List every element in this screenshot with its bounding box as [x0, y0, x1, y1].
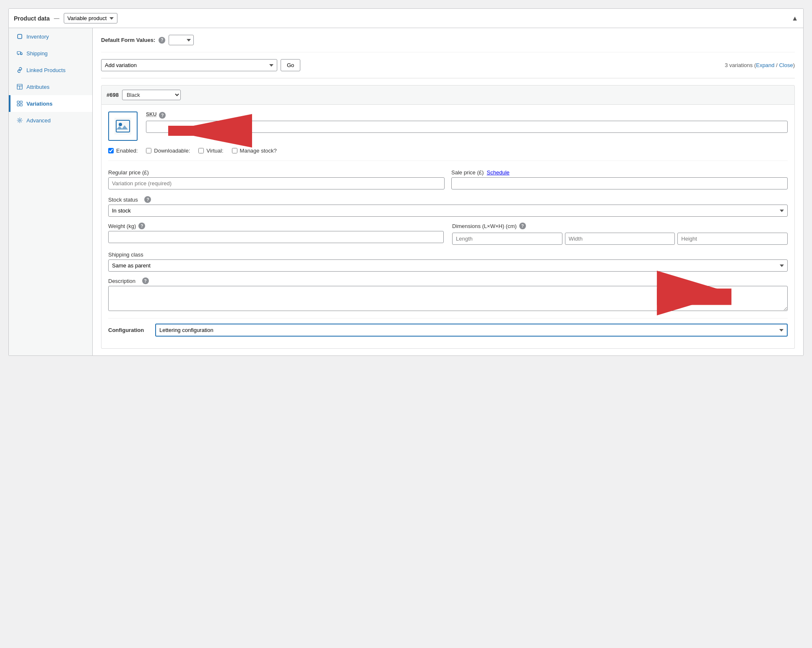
enabled-label: Enabled:	[116, 148, 138, 154]
weight-input[interactable]	[108, 231, 444, 243]
variations-count: 3 variations (Expand / Close)	[725, 62, 795, 68]
variation-body: SKU ? Enabled:	[101, 105, 795, 349]
dimensions-label: Dimensions (L×W×H) (cm)	[452, 223, 517, 229]
variation-image[interactable]	[108, 111, 138, 141]
svg-rect-7	[17, 101, 19, 103]
description-textarea[interactable]	[108, 286, 788, 311]
configuration-row: Configuration Lettering configuration	[108, 318, 788, 342]
sku-label: SKU	[146, 111, 156, 117]
diamond-icon	[16, 33, 23, 40]
sku-label-row: SKU ?	[146, 111, 788, 119]
checkboxes-row: Enabled: Downloadable: Virtual: Manage s…	[108, 148, 788, 161]
length-input[interactable]	[452, 233, 562, 245]
description-help-icon[interactable]: ?	[142, 277, 149, 284]
stock-help-icon[interactable]: ?	[144, 196, 151, 203]
sidebar-item-linked-products[interactable]: Linked Products	[9, 62, 92, 78]
product-data-header: Product data — Variable product ▲	[9, 9, 803, 28]
svg-point-16	[119, 123, 122, 126]
weight-label: Weight (kg)	[108, 223, 136, 229]
default-form-help-icon[interactable]: ?	[159, 37, 165, 44]
virtual-label: Virtual:	[206, 148, 223, 154]
dimensions-label-row: Dimensions (L×W×H) (cm) ?	[452, 223, 788, 229]
default-form-label: Default Form Values:	[101, 37, 155, 43]
sidebar-item-attributes[interactable]: Attributes	[9, 78, 92, 95]
sidebar-item-inventory[interactable]: Inventory	[9, 28, 92, 45]
product-data-title: Product data	[14, 15, 50, 22]
description-section: Description ?	[108, 277, 788, 312]
dimensions-group: Dimensions (L×W×H) (cm) ?	[452, 223, 788, 245]
table-icon	[16, 83, 23, 90]
variation-name-select[interactable]: Black	[122, 90, 181, 100]
weight-help-icon[interactable]: ?	[138, 223, 145, 229]
stock-status-section: Stock status ? In stock	[108, 196, 788, 217]
product-type-select[interactable]: Variable product	[64, 13, 117, 23]
sale-price-input[interactable]	[451, 177, 788, 189]
svg-rect-0	[18, 34, 22, 39]
downloadable-checkbox[interactable]	[146, 148, 151, 153]
prices-row: Regular price (£) Sale price (£) Schedul…	[108, 169, 788, 189]
default-form-values-row: Default Form Values: ?	[101, 35, 795, 52]
svg-rect-1	[17, 52, 21, 54]
sidebar-item-label-inventory: Inventory	[26, 34, 49, 40]
configuration-label: Configuration	[108, 327, 150, 333]
sidebar-item-advanced[interactable]: Advanced	[9, 112, 92, 129]
sidebar-item-label-shipping: Shipping	[26, 50, 48, 57]
enabled-checkbox[interactable]	[108, 148, 114, 153]
weight-dim-row: Weight (kg) ? Dimensions (L×W×H) (cm) ?	[108, 223, 788, 245]
weight-group: Weight (kg) ?	[108, 223, 444, 245]
manage-stock-checkbox[interactable]	[232, 148, 237, 153]
sale-price-group: Sale price (£) Schedule	[451, 169, 788, 189]
sidebar-item-shipping[interactable]: Shipping	[9, 45, 92, 62]
close-link[interactable]: Close	[779, 62, 793, 68]
sale-price-label: Sale price (£) Schedule	[451, 169, 788, 176]
shipping-class-section: Shipping class Same as parent	[108, 251, 788, 272]
downloadable-checkbox-item[interactable]: Downloadable:	[146, 148, 190, 154]
svg-point-11	[19, 119, 21, 121]
add-variation-select[interactable]: Add variation	[101, 59, 277, 71]
go-button[interactable]: Go	[281, 59, 300, 71]
gear-icon	[16, 117, 23, 124]
sku-help-icon[interactable]: ?	[159, 112, 166, 119]
sidebar-item-variations[interactable]: Variations	[9, 95, 92, 112]
sidebar-item-label-variations: Variations	[26, 101, 52, 107]
stock-status-label-row: Stock status ?	[108, 196, 788, 203]
sidebar-item-label-attributes: Attributes	[26, 84, 49, 90]
stock-status-select[interactable]: In stock	[108, 205, 788, 217]
sku-input[interactable]	[146, 121, 788, 133]
truck-icon	[16, 50, 23, 57]
svg-point-2	[18, 54, 18, 55]
width-input[interactable]	[565, 233, 675, 245]
description-label-row: Description ?	[108, 277, 788, 284]
sku-row: SKU ?	[146, 111, 788, 133]
sidebar-item-label-advanced: Advanced	[26, 117, 51, 124]
default-form-select[interactable]	[169, 35, 194, 45]
main-content: Default Form Values: ? Add variation Go …	[93, 28, 803, 355]
schedule-link[interactable]: Schedule	[487, 169, 510, 176]
sidebar-item-label-linked-products: Linked Products	[26, 67, 65, 73]
header-dash: —	[54, 15, 60, 21]
sidebar: Inventory Shipping	[9, 28, 93, 355]
regular-price-label: Regular price (£)	[108, 169, 445, 176]
height-input[interactable]	[677, 233, 788, 245]
dim-inputs	[452, 233, 788, 245]
regular-price-input[interactable]	[108, 177, 445, 189]
shipping-class-select[interactable]: Same as parent	[108, 259, 788, 272]
collapse-icon[interactable]: ▲	[791, 15, 798, 22]
virtual-checkbox-item[interactable]: Virtual:	[198, 148, 223, 154]
configuration-select[interactable]: Lettering configuration	[155, 324, 788, 337]
svg-rect-8	[20, 101, 22, 103]
manage-stock-checkbox-item[interactable]: Manage stock?	[232, 148, 277, 154]
regular-price-group: Regular price (£)	[108, 169, 445, 189]
dimensions-help-icon[interactable]: ?	[519, 223, 526, 229]
add-variation-row: Add variation Go 3 variations (Expand / …	[101, 59, 795, 78]
product-data-body: Inventory Shipping	[9, 28, 803, 355]
variation-header: #698 Black	[101, 85, 795, 105]
svg-rect-10	[20, 104, 22, 106]
virtual-checkbox[interactable]	[198, 148, 204, 153]
variation-top: SKU ?	[108, 111, 788, 141]
grid-icon	[16, 100, 23, 107]
weight-label-row: Weight (kg) ?	[108, 223, 444, 229]
expand-link[interactable]: Expand	[756, 62, 774, 68]
enabled-checkbox-item[interactable]: Enabled:	[108, 148, 138, 154]
manage-stock-label: Manage stock?	[240, 148, 277, 154]
